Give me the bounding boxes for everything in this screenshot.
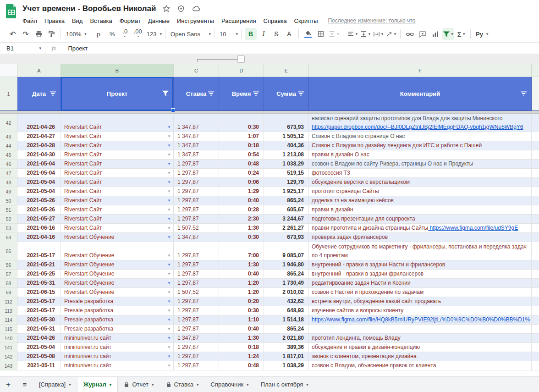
cell-sliver[interactable] bbox=[532, 169, 539, 178]
column-header-c[interactable]: C bbox=[174, 64, 219, 77]
cell-date[interactable]: 2021-06-16 bbox=[17, 224, 61, 233]
row-number[interactable]: 112 bbox=[0, 297, 17, 306]
zoom-select[interactable]: 100%▾ bbox=[64, 28, 87, 40]
cell-sliver[interactable] bbox=[532, 306, 539, 315]
cell-sum[interactable]: 129,79 bbox=[264, 178, 309, 187]
cell-sum[interactable]: 2 021,80 bbox=[264, 334, 309, 343]
cell-rate[interactable]: 1 297,87 bbox=[174, 260, 219, 270]
cell-date[interactable]: 2021-05-30 bbox=[17, 315, 61, 325]
cell-project[interactable]: Riverstart Сайт▼ bbox=[61, 150, 174, 160]
redo-button[interactable]: ↷ bbox=[20, 28, 32, 40]
cell-rate[interactable]: 1 507,52 bbox=[174, 288, 219, 297]
cell-sliver[interactable] bbox=[532, 279, 539, 288]
comment-link[interactable]: https://paper.dropbox.com/doc/--BJI0DLgZ… bbox=[312, 124, 523, 130]
more-formats-button[interactable]: 123▾ bbox=[145, 28, 162, 40]
header-cell-time[interactable]: Время bbox=[219, 77, 264, 110]
cell-project[interactable]: Presale разработка▼ bbox=[61, 315, 174, 325]
menu-view[interactable]: Вид bbox=[68, 17, 87, 24]
italic-button[interactable]: I bbox=[258, 28, 270, 40]
menu-format[interactable]: Формат bbox=[116, 17, 144, 24]
column-header-d[interactable]: D bbox=[219, 64, 264, 77]
cell-sum[interactable]: 673,93 bbox=[264, 233, 309, 242]
comment-link[interactable]: https://www.figma.com/file/udSY9gE bbox=[428, 225, 518, 231]
cell-sliver[interactable] bbox=[532, 187, 539, 196]
cell-time[interactable]: 1:10 bbox=[219, 315, 264, 325]
cell-comment[interactable] bbox=[309, 325, 532, 334]
dropdown-arrow-icon[interactable]: ▼ bbox=[167, 336, 171, 340]
format-currency-button[interactable]: р. bbox=[94, 28, 105, 40]
cell-project[interactable]: mininuniver.ru сайт▼ bbox=[61, 352, 174, 361]
cell-comment[interactable]: правки в дизайн bbox=[309, 205, 532, 215]
all-sheets-button[interactable]: ≡ bbox=[16, 377, 33, 392]
cell-sum[interactable]: 1 505,12 bbox=[264, 132, 309, 141]
format-percent-button[interactable]: % bbox=[106, 28, 118, 40]
row-number[interactable]: 51 bbox=[0, 205, 17, 215]
row-number[interactable]: 54 bbox=[0, 233, 17, 242]
cell-date[interactable]: 2021-05-27 bbox=[17, 215, 61, 224]
undo-button[interactable]: ↶ bbox=[7, 28, 19, 40]
cell-sum[interactable]: 605,67 bbox=[264, 205, 309, 215]
insert-link-button[interactable] bbox=[404, 28, 416, 40]
dropdown-arrow-icon[interactable]: ▼ bbox=[167, 318, 171, 322]
cell-sliver[interactable] bbox=[532, 315, 539, 325]
cell-time[interactable]: 0:40 bbox=[219, 270, 264, 279]
cell-time[interactable]: 0:54 bbox=[219, 150, 264, 160]
row-number-1[interactable]: 1 bbox=[0, 77, 17, 110]
cell-rate[interactable]: 1 347,87 bbox=[174, 150, 219, 160]
text-rotation-button[interactable]: ▾ bbox=[385, 28, 397, 40]
cell-time[interactable]: 2:30 bbox=[219, 215, 264, 224]
cell-sum[interactable]: 1 925,17 bbox=[264, 187, 309, 196]
cell-sum[interactable]: 432,62 bbox=[264, 297, 309, 306]
cell-comment[interactable]: звонок с клиентом, презентация дизайна bbox=[309, 352, 532, 361]
cell-comment[interactable]: внутренний - правки в задачи Насти и фри… bbox=[309, 260, 532, 270]
add-sheet-button[interactable]: + bbox=[0, 377, 16, 392]
cell-project[interactable]: Riverstart Обучение▼ bbox=[61, 288, 174, 297]
row-number[interactable]: 45 bbox=[0, 150, 17, 160]
menu-edit[interactable]: Правка bbox=[41, 17, 68, 24]
cell-sliver[interactable] bbox=[532, 215, 539, 224]
cell-date[interactable]: 2021-05-08 bbox=[17, 352, 61, 361]
row-number[interactable]: 50 bbox=[0, 196, 17, 205]
cell-sum[interactable]: 519,15 bbox=[264, 169, 309, 178]
cell-date[interactable]: 2021-05-04 bbox=[17, 178, 61, 187]
cell-project[interactable]: Riverstart Сайт▼ bbox=[61, 114, 174, 132]
borders-button[interactable] bbox=[315, 28, 327, 40]
cell-sliver[interactable] bbox=[532, 242, 539, 260]
cell-comment[interactable]: Обучение сотрудников по маркетингу - фри… bbox=[309, 242, 532, 260]
cell-time[interactable]: 1:29 bbox=[219, 187, 264, 196]
cell-project[interactable]: Riverstart Обучение▼ bbox=[61, 270, 174, 279]
tab-plan-s-oktyabrya[interactable]: План с октября▾ bbox=[255, 377, 314, 392]
cell-sum[interactable]: 404,36 bbox=[264, 141, 309, 150]
cell-sliver[interactable] bbox=[532, 196, 539, 205]
column-header-a[interactable]: A bbox=[17, 64, 61, 77]
cell-time[interactable]: 1:30 bbox=[219, 224, 264, 233]
cell-date[interactable]: 2021-05-17 bbox=[17, 297, 61, 306]
formula-input[interactable]: Проект bbox=[62, 45, 88, 52]
cell-time[interactable]: 1:20 bbox=[219, 279, 264, 288]
cell-comment[interactable]: обсуждение и правки в дизайн-концепцию bbox=[309, 343, 532, 352]
cell-sliver[interactable] bbox=[532, 297, 539, 306]
cell-date[interactable]: 2021-04-28 bbox=[17, 141, 61, 150]
cell-rate[interactable]: 1 297,87 bbox=[174, 196, 219, 205]
row-number[interactable]: 115 bbox=[0, 325, 17, 334]
dropdown-arrow-icon[interactable]: ▼ bbox=[167, 272, 171, 276]
cell-comment[interactable]: созвон с Настей и прохождение по задачам bbox=[309, 288, 532, 297]
cell-date[interactable]: 2021-05-25 bbox=[17, 270, 61, 279]
cell-project[interactable]: Riverstart Сайт▼ bbox=[61, 169, 174, 178]
dropdown-arrow-icon[interactable]: ▼ bbox=[167, 263, 171, 267]
cell-sliver[interactable] bbox=[532, 270, 539, 279]
dropdown-arrow-icon[interactable]: ▼ bbox=[167, 125, 171, 129]
cell-project[interactable]: Riverstart Сайт▼ bbox=[61, 215, 174, 224]
cell-date[interactable]: 2021-04-26 bbox=[17, 334, 61, 343]
cell-sliver[interactable] bbox=[532, 343, 539, 352]
cell-date[interactable]: 2021-05-11 bbox=[17, 361, 61, 370]
header-cell-comment[interactable]: Комментарий bbox=[309, 77, 532, 110]
dropdown-arrow-icon[interactable]: ▼ bbox=[167, 134, 171, 138]
row-number[interactable]: 55 bbox=[0, 242, 17, 260]
cell-sliver[interactable] bbox=[532, 233, 539, 242]
dropdown-arrow-icon[interactable]: ▼ bbox=[167, 144, 171, 148]
cell-project[interactable]: Riverstart Сайт▼ bbox=[61, 205, 174, 215]
dropdown-arrow-icon[interactable]: ▼ bbox=[167, 364, 171, 368]
cell-time[interactable]: 0:48 bbox=[219, 160, 264, 169]
cell-rate[interactable]: 1 297,87 bbox=[174, 160, 219, 169]
